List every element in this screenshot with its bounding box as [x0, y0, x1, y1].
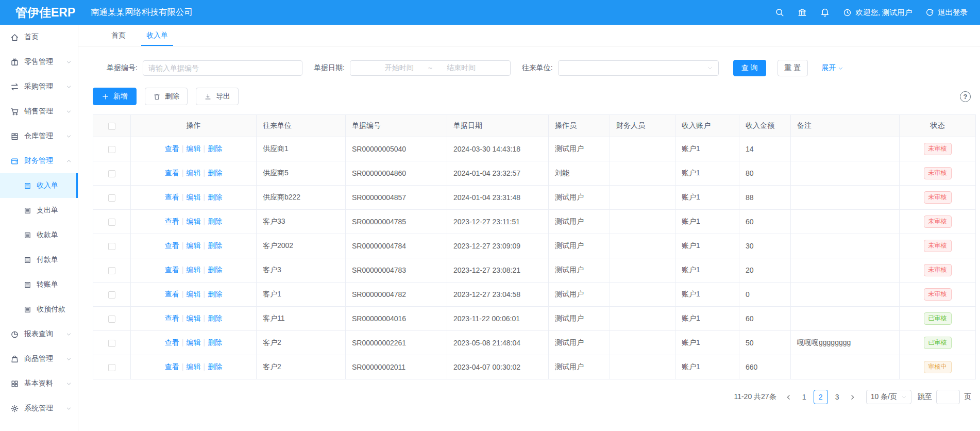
table-header-row: 操作往来单位单据编号单据日期操作员财务人员收入账户收入金额备注状态 — [93, 115, 976, 137]
row-checkbox[interactable] — [108, 316, 115, 323]
chevron-up-icon — [66, 158, 72, 164]
logout-label: 退出登录 — [938, 8, 968, 18]
row-checkbox[interactable] — [108, 194, 115, 202]
edit-link[interactable]: 编辑 — [187, 290, 201, 298]
view-link[interactable]: 查看 — [165, 290, 179, 298]
sidebar-item-支出单[interactable]: 支出单 — [0, 198, 78, 223]
row-checkbox[interactable] — [108, 219, 115, 226]
view-link[interactable]: 查看 — [165, 193, 179, 201]
page-button-1[interactable]: 1 — [797, 390, 812, 404]
table-cell: 2023-11-22 00:06:01 — [447, 307, 549, 331]
next-page-icon[interactable] — [846, 390, 860, 404]
page-numbers: 123 — [796, 390, 846, 404]
delete-link[interactable]: 删除 — [208, 314, 222, 322]
view-link[interactable]: 查看 — [165, 217, 179, 225]
table-cell: 客户2 — [257, 355, 346, 379]
view-link[interactable]: 查看 — [165, 144, 179, 153]
sidebar-item-采购管理[interactable]: 采购管理 — [0, 74, 78, 99]
row-checkbox[interactable] — [108, 146, 115, 153]
delete-link[interactable]: 删除 — [208, 241, 222, 250]
sidebar-item-收预付款[interactable]: 收预付款 — [0, 297, 78, 322]
sidebar-item-财务管理[interactable]: 财务管理 — [0, 148, 78, 173]
sidebar-item-付款单[interactable]: 付款单 — [0, 247, 78, 272]
bill-date-label: 单据日期: — [314, 63, 345, 73]
table-cell — [610, 161, 675, 186]
select-all-checkbox[interactable] — [108, 123, 115, 130]
bell-icon[interactable] — [820, 8, 830, 17]
logout-button[interactable]: 退出登录 — [925, 8, 968, 18]
sidebar-item-销售管理[interactable]: 销售管理 — [0, 99, 78, 124]
view-link[interactable]: 查看 — [165, 362, 179, 371]
edit-link[interactable]: 编辑 — [187, 217, 201, 225]
view-link[interactable]: 查看 — [165, 314, 179, 322]
table-cell: 账户1 — [675, 355, 739, 379]
sidebar-item-首页[interactable]: 首页 — [0, 25, 78, 49]
row-checkbox[interactable] — [108, 243, 115, 250]
welcome-user[interactable]: 欢迎您, 测试用户 — [843, 8, 912, 18]
edit-link[interactable]: 编辑 — [187, 241, 201, 250]
row-checkbox[interactable] — [108, 291, 115, 299]
delete-link[interactable]: 删除 — [208, 338, 222, 346]
row-checkbox[interactable] — [108, 340, 115, 347]
sidebar-item-报表查询[interactable]: 报表查询 — [0, 322, 78, 346]
page-button-3[interactable]: 3 — [830, 390, 844, 404]
view-link[interactable]: 查看 — [165, 169, 179, 177]
delete-link[interactable]: 删除 — [208, 266, 222, 274]
sidebar-item-系统管理[interactable]: 系统管理 — [0, 396, 78, 421]
edit-link[interactable]: 编辑 — [187, 193, 201, 201]
delete-link[interactable]: 删除 — [208, 290, 222, 298]
table-cell — [610, 283, 675, 307]
table-cell: 2023-12-27 23:11:51 — [447, 210, 549, 234]
row-checkbox[interactable] — [108, 267, 115, 274]
search-button[interactable]: 查 询 — [733, 60, 766, 76]
bill-no-input[interactable] — [143, 60, 302, 76]
table-cell — [610, 355, 675, 379]
date-range-input[interactable]: 开始时间 ~ 结束时间 — [350, 60, 511, 76]
sidebar-item-基本资料[interactable]: 基本资料 — [0, 371, 78, 396]
edit-link[interactable]: 编辑 — [187, 169, 201, 177]
table-body: 查看|编辑|删除 供应商1SR000000050402024-03-30 14:… — [93, 137, 976, 379]
reset-button[interactable]: 重 置 — [778, 60, 808, 76]
export-button[interactable]: 导出 — [196, 88, 239, 105]
expand-link[interactable]: 展开 — [821, 63, 843, 73]
sidebar-item-商品管理[interactable]: 商品管理 — [0, 346, 78, 371]
tab-home[interactable]: 首页 — [101, 25, 136, 46]
delete-button[interactable]: 删除 — [145, 88, 188, 105]
delete-link[interactable]: 删除 — [208, 169, 222, 177]
table-cell — [791, 234, 900, 258]
view-link[interactable]: 查看 — [165, 266, 179, 274]
sidebar-item-零售管理[interactable]: 零售管理 — [0, 49, 78, 74]
sidebar-item-仓库管理[interactable]: 仓库管理 — [0, 124, 78, 148]
edit-link[interactable]: 编辑 — [187, 362, 201, 371]
delete-link[interactable]: 删除 — [208, 217, 222, 225]
delete-link[interactable]: 删除 — [208, 193, 222, 201]
page-button-2[interactable]: 2 — [814, 390, 828, 404]
sidebar-item-label: 转账单 — [37, 280, 58, 289]
edit-link[interactable]: 编辑 — [187, 338, 201, 346]
delete-link[interactable]: 删除 — [208, 362, 222, 371]
chevron-down-icon — [838, 65, 843, 71]
tab-income-bill[interactable]: 收入单 — [136, 25, 178, 46]
help-icon[interactable]: ? — [960, 91, 971, 102]
edit-link[interactable]: 编辑 — [187, 266, 201, 274]
add-button[interactable]: 新增 — [93, 88, 137, 105]
prev-page-icon[interactable] — [782, 390, 796, 404]
plus-icon — [102, 93, 109, 101]
page-size-select[interactable]: 10 条/页 — [866, 390, 911, 404]
bank-icon[interactable] — [798, 8, 807, 17]
partner-select[interactable] — [558, 60, 719, 76]
view-link[interactable]: 查看 — [165, 338, 179, 346]
row-checkbox[interactable] — [108, 170, 115, 177]
sidebar-item-转账单[interactable]: 转账单 — [0, 272, 78, 297]
sidebar-item-收入单[interactable]: 收入单 — [0, 173, 78, 198]
delete-link[interactable]: 删除 — [208, 144, 222, 153]
row-checkbox[interactable] — [108, 364, 115, 371]
edit-link[interactable]: 编辑 — [187, 314, 201, 322]
status-badge: 审核中 — [924, 361, 952, 373]
view-link[interactable]: 查看 — [165, 241, 179, 250]
sidebar-item-收款单[interactable]: 收款单 — [0, 223, 78, 247]
table-row: 查看|编辑|删除 客户2SR000000020112023-04-07 00:3… — [93, 355, 976, 379]
edit-link[interactable]: 编辑 — [187, 144, 201, 153]
search-icon[interactable] — [775, 8, 784, 17]
jump-page-input[interactable] — [936, 390, 960, 404]
